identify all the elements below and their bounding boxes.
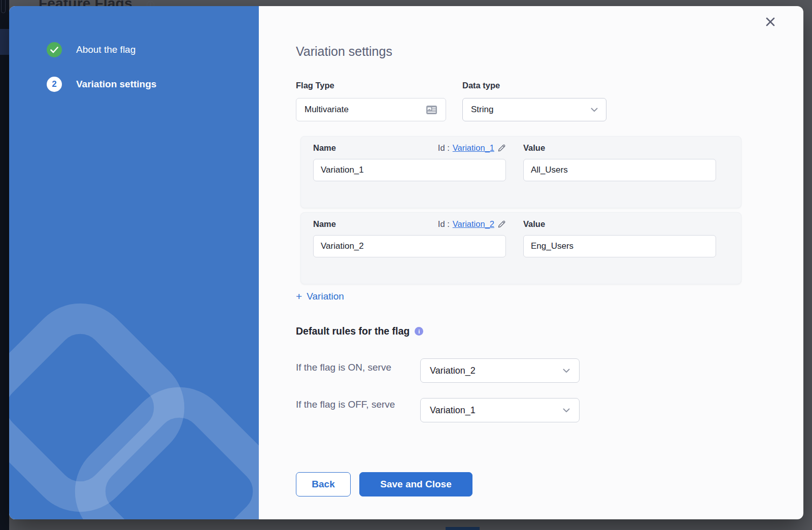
flag-type-input[interactable]: Multivariate xyxy=(296,98,446,121)
flag-off-label: If the flag is OFF, serve xyxy=(296,397,415,411)
step-variation-settings[interactable]: 2 Variation settings xyxy=(47,77,156,92)
edit-pencil-icon[interactable] xyxy=(497,144,506,152)
info-icon[interactable]: i xyxy=(415,327,423,336)
value-label: Value xyxy=(523,219,545,229)
data-type-select[interactable]: String xyxy=(462,98,606,121)
dialog-content: Variation settings Flag Type Data type M… xyxy=(259,6,803,519)
nav-selected-item xyxy=(0,29,9,55)
add-variation-label: Variation xyxy=(307,291,344,302)
variation-id-row: Id : Variation_2 xyxy=(313,219,506,229)
flag-type-value: Multivariate xyxy=(304,105,349,115)
variation-id-link[interactable]: Variation_2 xyxy=(453,219,494,229)
variation-settings-dialog: About the flag 2 Variation settings Vari… xyxy=(9,6,803,519)
variation-name-input[interactable]: Variation_1 xyxy=(313,159,506,181)
data-type-label: Data type xyxy=(462,81,500,90)
flag-on-serve-select[interactable]: Variation_2 xyxy=(420,358,580,383)
plus-icon: + xyxy=(296,290,302,303)
edit-pencil-icon[interactable] xyxy=(497,220,506,228)
step-label: About the flag xyxy=(76,44,136,55)
page-title: Variation settings xyxy=(296,44,392,59)
chevron-down-icon xyxy=(563,408,570,413)
variation-value-input[interactable]: Eng_Users xyxy=(523,235,716,257)
close-icon[interactable] xyxy=(763,15,777,29)
save-and-close-button[interactable]: Save and Close xyxy=(359,472,472,496)
step-label: Variation settings xyxy=(76,79,156,90)
step-number-badge: 2 xyxy=(47,77,62,92)
chevron-down-icon xyxy=(591,108,598,112)
variation-value-input[interactable]: All_Users xyxy=(523,159,716,181)
chevron-down-icon xyxy=(563,369,570,373)
step-complete-check-icon xyxy=(47,42,62,57)
brand-watermark xyxy=(9,301,259,519)
default-rules-heading: Default rules for the flag i xyxy=(296,325,423,337)
id-prefix: Id : xyxy=(438,219,450,229)
value-label: Value xyxy=(523,143,545,153)
default-rules-heading-text: Default rules for the flag xyxy=(296,325,410,337)
id-prefix: Id : xyxy=(438,143,450,153)
variation-name-input[interactable]: Variation_2 xyxy=(313,235,506,257)
back-button[interactable]: Back xyxy=(296,472,351,496)
variation-card: Name Id : Variation_2 Value Variation_2 … xyxy=(300,212,741,284)
flag-type-label: Flag Type xyxy=(296,81,334,90)
background-left-nav xyxy=(0,0,9,530)
step-about-the-flag[interactable]: About the flag xyxy=(47,42,136,57)
variation-id-link[interactable]: Variation_1 xyxy=(453,143,494,153)
wizard-stepper-panel: About the flag 2 Variation settings xyxy=(9,6,259,519)
flag-off-serve-value: Variation_1 xyxy=(430,405,476,416)
flag-on-label: If the flag is ON, serve xyxy=(296,360,391,374)
variation-card: Name Id : Variation_1 Value Variation_1 … xyxy=(300,136,741,208)
variation-id-row: Id : Variation_1 xyxy=(313,143,506,153)
flag-off-serve-select[interactable]: Variation_1 xyxy=(420,398,580,422)
nav-collapse-button xyxy=(1,0,6,13)
multivariate-card-icon xyxy=(426,105,437,115)
flag-on-serve-value: Variation_2 xyxy=(430,366,476,376)
add-variation-button[interactable]: + Variation xyxy=(296,290,344,303)
background-accent-bar xyxy=(446,527,480,530)
data-type-value: String xyxy=(471,105,493,115)
